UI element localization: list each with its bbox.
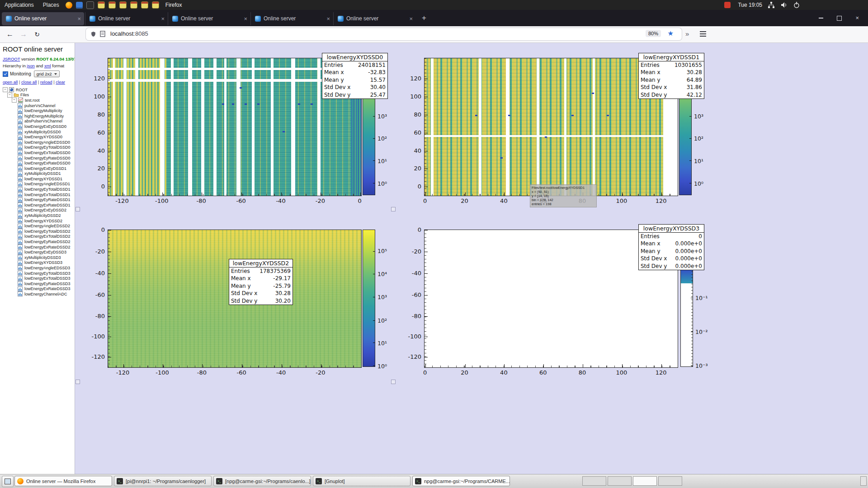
tab-online-server[interactable]: Online server× — [168, 12, 250, 25]
workspace-cell[interactable] — [633, 476, 657, 486]
terminal-icon: >_ — [415, 478, 421, 484]
stats-label: Mean y — [641, 248, 660, 255]
x-axis-tick — [163, 364, 163, 367]
network-icon[interactable] — [768, 1, 775, 9]
stats-value: 15.57 — [370, 76, 386, 84]
window-controls: × — [819, 10, 868, 26]
y-axis-label: -20 — [80, 248, 105, 255]
color-palette-lowEnergyXYDSSD2[interactable] — [363, 230, 375, 367]
splitter-handle[interactable] — [391, 207, 396, 211]
stats-row: Std Dev x30.40 — [322, 84, 387, 91]
reload-button[interactable]: ↻ — [32, 29, 42, 39]
hot-bin — [257, 103, 259, 105]
stats-box-lowEnergyXYDSSD0[interactable]: lowEnergyXYDSSD0Entries24018151Mean x-32… — [322, 53, 388, 99]
bookmark-star-icon[interactable]: ★ — [668, 29, 674, 38]
taskbar-window-button[interactable]: >_[npg@carme-gsi:~/Programs/caenlo...] — [213, 476, 311, 486]
new-tab-button[interactable]: + — [419, 13, 429, 23]
menu-applications[interactable]: Applications — [0, 0, 38, 10]
stats-row: Mean x0.000e+0 — [639, 240, 704, 247]
forward-button[interactable]: → — [18, 29, 29, 39]
tab-online-server[interactable]: Online server× — [85, 12, 168, 25]
menu-button[interactable] — [700, 33, 706, 34]
zoom-indicator[interactable]: 80% — [646, 30, 661, 37]
taskbar-window-button[interactable]: >_[Gnuplot] — [313, 476, 410, 486]
y-axis-tick — [108, 230, 111, 230]
workspace-cell[interactable] — [608, 476, 632, 486]
module-icon[interactable] — [141, 1, 148, 9]
stats-box-lowEnergyXYDSSD3[interactable]: lowEnergyXYDSSD3Entries0Mean x0.000e+0Me… — [638, 224, 704, 270]
workspace-cell[interactable] — [582, 476, 606, 486]
y-axis-label: 0 — [80, 226, 105, 233]
module-icon[interactable] — [152, 1, 159, 9]
system-panel: Applications Places Firefox Tue 19:05 — [0, 0, 868, 10]
y-axis-label: -80 — [80, 313, 105, 319]
tab-close-icon[interactable]: × — [161, 15, 165, 22]
firefox-launcher-icon[interactable] — [66, 2, 72, 9]
tab-online-server[interactable]: Online server× — [2, 12, 84, 25]
splitter-handle[interactable] — [75, 380, 80, 384]
tab-close-icon[interactable]: × — [77, 15, 81, 22]
page-info-icon[interactable] — [100, 31, 105, 39]
splitter-handle[interactable] — [391, 380, 396, 384]
tab-close-icon[interactable]: × — [326, 15, 330, 22]
stats-label: Mean y — [231, 282, 251, 290]
url-host: localhost — [110, 30, 133, 37]
power-icon[interactable] — [793, 1, 800, 9]
module-icon[interactable] — [130, 1, 137, 9]
taskbar-window-button[interactable]: >_npg@carme-gsi:~/Programs/CARME... — [412, 476, 510, 486]
overflow-chevron-button[interactable]: » — [685, 30, 689, 38]
stats-box-lowEnergyXYDSSD1[interactable]: lowEnergyXYDSSD1Entries10301655Mean x30.… — [638, 53, 704, 99]
menu-places[interactable]: Places — [38, 0, 64, 10]
panel-handle[interactable] — [860, 476, 867, 486]
stats-value: 178375369 — [259, 267, 291, 275]
minimize-button[interactable] — [819, 18, 823, 19]
show-desktop-button[interactable] — [2, 476, 14, 487]
notification-icon[interactable] — [724, 2, 731, 8]
x-axis-tick — [123, 192, 123, 196]
site-favicon — [172, 16, 178, 22]
files-launcher-icon[interactable] — [76, 2, 83, 9]
y-axis-tick — [425, 337, 428, 337]
terminal-launcher-icon[interactable] — [86, 1, 94, 9]
y-axis-tick — [108, 252, 111, 252]
x-axis-tick — [425, 364, 426, 367]
tab-close-icon[interactable]: × — [244, 15, 247, 22]
taskbar-window-button[interactable]: Online server — Mozilla Firefox — [14, 476, 112, 486]
stats-value: 64.89 — [687, 76, 702, 84]
clock[interactable]: Tue 19:05 — [738, 2, 762, 8]
tab-online-server[interactable]: Online server× — [333, 12, 416, 25]
x-axis-label: 40 — [500, 197, 508, 204]
tab-title: Online server — [264, 15, 323, 22]
stats-label: Entries — [641, 233, 660, 240]
y-axis-label: 20 — [80, 165, 105, 172]
module-icon[interactable] — [119, 1, 127, 9]
stats-label: Mean y — [324, 76, 344, 84]
hot-bin — [571, 115, 574, 116]
y-axis-label: -40 — [80, 270, 105, 277]
splitter-handle[interactable] — [75, 207, 80, 211]
module-icon[interactable] — [98, 1, 105, 9]
url-bar[interactable]: localhost:8085 80% ★ — [86, 28, 682, 40]
maximize-button[interactable] — [837, 16, 842, 21]
module-icon[interactable] — [108, 1, 116, 9]
shield-icon[interactable] — [90, 31, 96, 39]
volume-icon[interactable] — [780, 1, 788, 9]
tab-online-server[interactable]: Online server× — [250, 12, 333, 25]
url-text[interactable]: localhost:8085 — [110, 30, 148, 37]
stats-label: Std Dev x — [231, 290, 257, 297]
x-axis-label: -80 — [197, 369, 207, 376]
y-axis-tick — [425, 316, 428, 317]
stats-box-lowEnergyXYDSSD2[interactable]: lowEnergyXYDSSD2Entries178375369Mean x-2… — [229, 259, 293, 305]
close-button[interactable]: × — [855, 10, 859, 26]
stats-row: Std Dev y42.12 — [639, 91, 704, 99]
tab-bar: Online server×Online server×Online serve… — [0, 10, 868, 26]
back-button[interactable]: ← — [5, 29, 15, 39]
x-axis-label: 120 — [656, 369, 667, 376]
tab-title: Online server — [98, 15, 158, 22]
palette-tick — [373, 138, 375, 139]
tab-close-icon[interactable]: × — [409, 15, 413, 22]
palette-tick-label: 10¹ — [377, 340, 387, 347]
taskbar-window-button[interactable]: >_[pi@nnrpi1: ~/Programs/caenlogger] — [114, 476, 212, 486]
y-axis-tick — [425, 133, 428, 133]
workspace-cell[interactable] — [658, 476, 682, 486]
